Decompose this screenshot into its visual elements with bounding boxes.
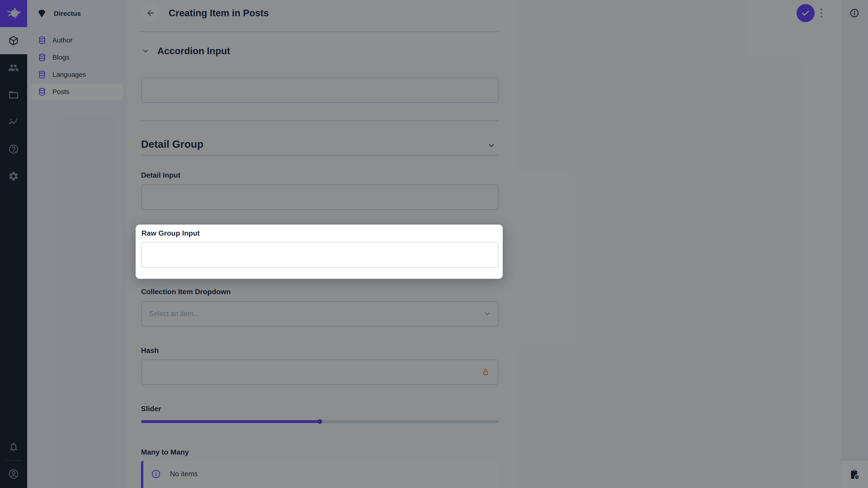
raw-group-input-label: Raw Group Input <box>142 228 200 238</box>
app-root: Directus Author Blogs Languages Posts <box>0 0 868 488</box>
spotlight-card: Raw Group Input <box>135 225 503 279</box>
raw-group-input-field[interactable] <box>141 242 499 268</box>
